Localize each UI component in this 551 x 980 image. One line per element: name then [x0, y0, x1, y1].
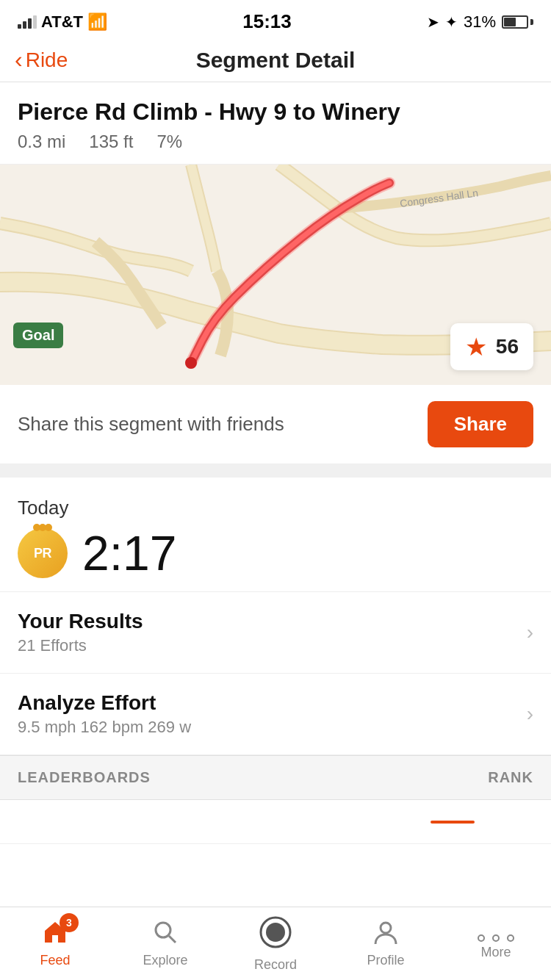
- home-icon: 3: [42, 919, 68, 950]
- svg-point-2: [185, 357, 197, 369]
- your-results-info: Your Results 21 Efforts: [18, 610, 143, 655]
- map-area[interactable]: Congress Hall Ln Goal ★ 56: [0, 165, 551, 385]
- page-title: Segment Detail: [196, 48, 356, 73]
- more-dots-icon: [478, 927, 514, 942]
- share-text: Share this segment with friends: [18, 413, 284, 436]
- your-results-title: Your Results: [18, 610, 143, 633]
- analyze-effort-title: Analyze Effort: [18, 691, 191, 715]
- your-results-subtitle: 21 Efforts: [18, 636, 143, 655]
- pr-badge: PR: [18, 528, 68, 578]
- segment-stats: 0.3 mi 135 ft 7%: [18, 131, 533, 152]
- share-row: Share this segment with friends Share: [0, 385, 551, 464]
- nav-record-label: Record: [254, 957, 297, 973]
- nav-item-more[interactable]: More: [441, 927, 551, 960]
- section-divider: [0, 464, 551, 478]
- profile-icon: [372, 919, 399, 950]
- star-count: 56: [496, 335, 519, 359]
- nav-feed-label: Feed: [40, 953, 70, 968]
- wifi-icon: 📶: [87, 12, 107, 32]
- leaderboard-orange-indicator: [431, 821, 475, 824]
- your-results-chevron-icon: ›: [527, 621, 533, 644]
- status-right: ➤ ✦ 31%: [427, 12, 533, 32]
- back-chevron-icon: ‹: [15, 48, 23, 71]
- nav-item-feed[interactable]: 3 Feed: [0, 919, 110, 968]
- bluetooth-icon: ✦: [445, 13, 458, 31]
- svg-point-6: [266, 923, 285, 942]
- carrier-label: AT&T: [41, 12, 83, 32]
- analyze-effort-row[interactable]: Analyze Effort 9.5 mph 162 bpm 269 w ›: [0, 674, 551, 755]
- svg-point-7: [381, 923, 391, 933]
- pr-badge-label: PR: [34, 546, 51, 561]
- star-icon: ★: [465, 332, 487, 361]
- leaderboard-label: LEADERBOARDS: [18, 769, 151, 786]
- leaderboard-partial-row: [0, 800, 551, 844]
- segment-name: Pierce Rd Climb - Hwy 9 to Winery: [18, 98, 533, 126]
- goal-badge: Goal: [13, 323, 63, 348]
- battery-percentage: 31%: [464, 12, 496, 32]
- feed-badge: 3: [60, 913, 79, 932]
- status-left: AT&T 📶: [18, 12, 107, 32]
- status-time: 15:13: [242, 10, 292, 33]
- nav-item-profile[interactable]: Profile: [331, 919, 441, 968]
- signal-icon: [18, 15, 37, 29]
- analyze-effort-subtitle: 9.5 mph 162 bpm 269 w: [18, 718, 191, 737]
- segment-distance: 0.3 mi: [18, 131, 65, 152]
- star-box[interactable]: ★ 56: [450, 323, 533, 370]
- nav-explore-label: Explore: [143, 953, 187, 968]
- nav-profile-label: Profile: [367, 953, 404, 968]
- pr-row: PR 2:17: [18, 528, 533, 578]
- leaderboard-header: LEADERBOARDS RANK: [0, 755, 551, 800]
- goal-badge-label: Goal: [22, 327, 54, 343]
- record-icon: [258, 915, 293, 954]
- svg-line-4: [169, 936, 176, 943]
- analyze-effort-chevron-icon: ›: [527, 702, 533, 726]
- today-label: Today: [18, 497, 533, 519]
- nav-more-label: More: [480, 945, 511, 960]
- share-button[interactable]: Share: [428, 401, 533, 447]
- svg-point-3: [156, 923, 170, 937]
- back-label: Ride: [26, 48, 68, 72]
- pr-time: 2:17: [82, 529, 176, 577]
- header: ‹ Ride Segment Detail: [0, 39, 551, 82]
- your-results-row[interactable]: Your Results 21 Efforts ›: [0, 592, 551, 674]
- status-bar: AT&T 📶 15:13 ➤ ✦ 31%: [0, 0, 551, 39]
- battery-icon: [502, 15, 533, 29]
- location-icon: ➤: [427, 13, 439, 31]
- search-icon: [152, 919, 179, 950]
- today-section: Today PR 2:17: [0, 478, 551, 592]
- bottom-nav: 3 Feed Explore Record P: [0, 907, 551, 980]
- back-button[interactable]: ‹ Ride: [15, 48, 68, 72]
- segment-elevation: 135 ft: [89, 131, 133, 152]
- leaderboard-rank-label: RANK: [488, 769, 533, 786]
- segment-grade: 7%: [156, 131, 182, 152]
- segment-info: Pierce Rd Climb - Hwy 9 to Winery 0.3 mi…: [0, 82, 551, 165]
- analyze-effort-info: Analyze Effort 9.5 mph 162 bpm 269 w: [18, 691, 191, 737]
- nav-item-record[interactable]: Record: [220, 915, 331, 973]
- nav-item-explore[interactable]: Explore: [110, 919, 220, 968]
